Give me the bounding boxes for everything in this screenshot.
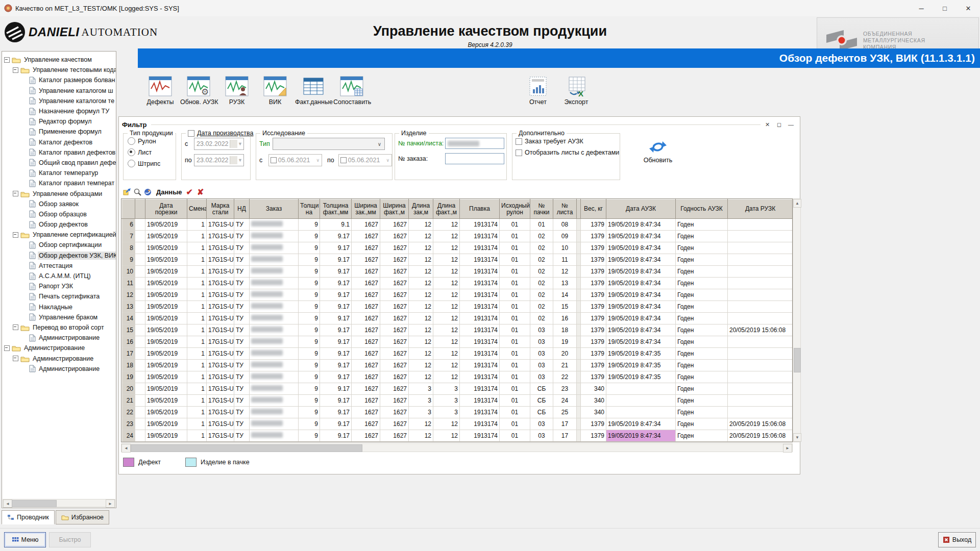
cell[interactable] bbox=[135, 407, 145, 418]
checkbox-show-defect-sheets[interactable]: Отобразить листы с дефектами bbox=[516, 149, 620, 156]
cell[interactable] bbox=[577, 336, 581, 348]
cell[interactable]: ТУ bbox=[234, 266, 250, 278]
cell[interactable]: 02 bbox=[530, 289, 553, 301]
column-header[interactable] bbox=[122, 199, 135, 219]
cell[interactable]: 22 bbox=[122, 407, 135, 418]
table-row[interactable]: 1219/05/2019117G1S-UТУ99.171627162712121… bbox=[122, 289, 793, 301]
cell[interactable]: Годен bbox=[676, 407, 728, 418]
column-header[interactable]: Толщи на bbox=[299, 199, 320, 219]
column-header[interactable]: Плавка bbox=[460, 199, 500, 219]
cell[interactable]: 1379 bbox=[581, 278, 606, 289]
cell[interactable]: Годен bbox=[676, 313, 728, 324]
cell[interactable]: 17G1S-U bbox=[207, 371, 234, 383]
cell[interactable]: 25 bbox=[553, 407, 577, 418]
cell[interactable]: 1379 bbox=[581, 242, 606, 254]
cell[interactable]: ТУ bbox=[234, 301, 250, 313]
cell[interactable]: 1 bbox=[187, 360, 207, 371]
cell[interactable]: 9.17 bbox=[320, 242, 352, 254]
table-row[interactable]: 2219/05/2019117G1S-UТУ99.171627162733191… bbox=[122, 407, 793, 418]
cell[interactable]: 01 bbox=[500, 348, 530, 360]
cell[interactable]: ТУ bbox=[234, 242, 250, 254]
cell[interactable]: 9 bbox=[122, 254, 135, 266]
cell[interactable]: 8 bbox=[122, 242, 135, 254]
cell[interactable]: 01 bbox=[500, 231, 530, 242]
tree-item[interactable]: А.С.А.М.М. (ИТЦ) bbox=[2, 271, 116, 281]
cell[interactable]: 08 bbox=[553, 219, 577, 231]
cell[interactable] bbox=[577, 348, 581, 360]
cell[interactable]: 01 bbox=[500, 266, 530, 278]
cell[interactable]: 17G1S-U bbox=[207, 407, 234, 418]
cell[interactable]: 9 bbox=[299, 324, 320, 336]
cell[interactable] bbox=[135, 278, 145, 289]
order-number-input[interactable] bbox=[445, 153, 504, 164]
cell[interactable]: 12 bbox=[433, 348, 460, 360]
cell[interactable] bbox=[728, 231, 793, 242]
cell[interactable]: 9 bbox=[299, 242, 320, 254]
cell[interactable] bbox=[135, 219, 145, 231]
cell[interactable]: 1379 bbox=[581, 313, 606, 324]
cell[interactable]: 19 bbox=[122, 371, 135, 383]
cell[interactable]: 12 bbox=[433, 289, 460, 301]
cell[interactable]: 1627 bbox=[352, 336, 380, 348]
toolbar-button-vik[interactable]: ВИК bbox=[257, 76, 293, 106]
table-row[interactable]: 1719/05/2019117G1S-UТУ99.171627162712121… bbox=[122, 348, 793, 360]
cell[interactable]: 1 bbox=[187, 336, 207, 348]
cell[interactable] bbox=[135, 254, 145, 266]
cell[interactable]: 9.17 bbox=[320, 324, 352, 336]
cell[interactable]: 12 bbox=[433, 371, 460, 383]
table-row[interactable]: 2119/05/2019117G1S-UТУ99.171627162733191… bbox=[122, 395, 793, 407]
cell[interactable] bbox=[250, 254, 299, 266]
cell[interactable]: 11 bbox=[553, 254, 577, 266]
cell[interactable]: ТУ bbox=[234, 430, 250, 442]
cell[interactable]: 9 bbox=[299, 418, 320, 430]
cell[interactable]: 9 bbox=[299, 278, 320, 289]
quick-button[interactable]: Быстро bbox=[49, 532, 91, 547]
table-row[interactable]: 1519/05/2019117G1S-UТУ99.171627162712121… bbox=[122, 324, 793, 336]
tree-collapse-icon[interactable] bbox=[4, 57, 10, 63]
cell[interactable]: 1913174 bbox=[460, 395, 500, 407]
cell[interactable]: 10 bbox=[553, 242, 577, 254]
cell[interactable]: 24 bbox=[122, 430, 135, 442]
cell[interactable]: 1627 bbox=[352, 301, 380, 313]
column-header[interactable]: Дата РУЗК bbox=[728, 199, 793, 219]
cell[interactable]: 1379 bbox=[581, 336, 606, 348]
cell[interactable] bbox=[577, 360, 581, 371]
cell[interactable]: 19/05/2019 8:47:34 bbox=[606, 242, 676, 254]
cell[interactable]: 01 bbox=[500, 289, 530, 301]
scroll-left-icon[interactable]: ◄ bbox=[121, 444, 131, 453]
cell[interactable]: 20/05/2019 15:06:08 bbox=[728, 324, 793, 336]
tree-item[interactable]: Управление тестовыми кодам bbox=[2, 65, 116, 75]
cell[interactable]: 19/05/2019 bbox=[145, 418, 187, 430]
cell[interactable] bbox=[135, 336, 145, 348]
cell[interactable]: 9 bbox=[299, 266, 320, 278]
tree-collapse-icon[interactable] bbox=[13, 67, 18, 73]
cell[interactable] bbox=[250, 383, 299, 395]
cell[interactable]: ТУ bbox=[234, 231, 250, 242]
cell[interactable]: 1627 bbox=[352, 407, 380, 418]
cell[interactable] bbox=[135, 289, 145, 301]
cell[interactable] bbox=[250, 313, 299, 324]
column-header[interactable] bbox=[135, 199, 145, 219]
cell[interactable]: 12 bbox=[553, 266, 577, 278]
column-header[interactable]: Исходный рулон bbox=[500, 199, 530, 219]
cell[interactable] bbox=[250, 407, 299, 418]
cell[interactable]: 1627 bbox=[352, 395, 380, 407]
cell[interactable] bbox=[250, 289, 299, 301]
cell[interactable]: 01 bbox=[500, 242, 530, 254]
tree-item[interactable]: Каталог температур bbox=[2, 168, 116, 178]
cell[interactable]: 19/05/2019 bbox=[145, 313, 187, 324]
cell[interactable] bbox=[250, 266, 299, 278]
cell[interactable]: 17 bbox=[553, 418, 577, 430]
cell[interactable]: 19/05/2019 bbox=[145, 348, 187, 360]
toolbar-button-ruzk[interactable]: РУЗК bbox=[218, 76, 255, 106]
cell[interactable]: 9.17 bbox=[320, 266, 352, 278]
cell[interactable]: 23 bbox=[122, 418, 135, 430]
tree-item[interactable]: Администрирование bbox=[2, 364, 116, 374]
cell[interactable]: 17G1S-U bbox=[207, 301, 234, 313]
cell[interactable]: 9.17 bbox=[320, 289, 352, 301]
cell[interactable]: 19/05/2019 bbox=[145, 407, 187, 418]
cell[interactable] bbox=[250, 371, 299, 383]
scroll-down-icon[interactable]: ▼ bbox=[793, 433, 801, 442]
date-checkbox[interactable] bbox=[340, 157, 347, 163]
column-header[interactable] bbox=[577, 199, 581, 219]
